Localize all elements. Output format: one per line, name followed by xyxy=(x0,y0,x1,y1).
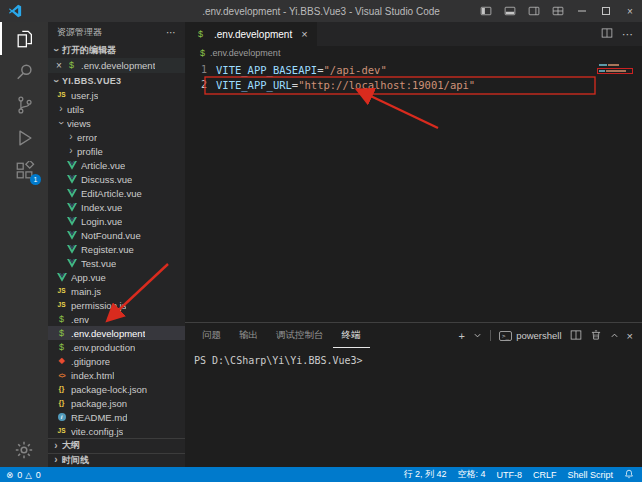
sidebar-explorer: 资源管理器 ⋯ › 打开的编辑器 × $ .env.development › … xyxy=(48,22,185,467)
editor-actions: ⋯ xyxy=(601,22,642,46)
encoding[interactable]: UTF-8 xyxy=(496,470,522,480)
tree-folder[interactable]: ›profile xyxy=(48,144,185,158)
json-file-icon: {} xyxy=(55,399,68,407)
project-header[interactable]: › YI.BBS.VUE3 xyxy=(48,73,185,88)
tree-item[interactable]: Article.vue xyxy=(48,158,185,172)
line-number: 2 xyxy=(185,79,207,90)
tree-item[interactable]: Login.vue xyxy=(48,214,185,228)
panel-tab-label: 终端 xyxy=(342,329,361,342)
tab-env-development[interactable]: $ .env.development × xyxy=(185,22,317,46)
panel-tab[interactable]: 输出 xyxy=(230,323,267,348)
toggle-secondary-sidebar-icon[interactable] xyxy=(522,0,546,22)
tree-item[interactable]: Index.vue xyxy=(48,200,185,214)
tree-item-label: user.js xyxy=(71,90,98,101)
tree-item-label: views xyxy=(67,118,91,129)
breadcrumb[interactable]: $ .env.development xyxy=(185,46,642,60)
tree-item[interactable]: NotFound.vue xyxy=(48,228,185,242)
activity-run-debug[interactable] xyxy=(0,121,48,154)
tree-folder[interactable]: ›utils xyxy=(48,102,185,116)
tree-item[interactable]: {}package.json xyxy=(48,396,185,410)
close-icon[interactable]: × xyxy=(53,60,65,71)
open-editor-item[interactable]: × $ .env.development xyxy=(48,58,185,73)
env-key: VITE_APP_URL xyxy=(216,79,292,91)
section-timeline[interactable]: ›时间线 xyxy=(48,453,185,468)
split-editor-icon[interactable] xyxy=(601,27,613,41)
vue-file-icon xyxy=(65,245,78,254)
tree-item[interactable]: $.env.development xyxy=(48,326,185,340)
maximize-button[interactable] xyxy=(594,0,618,22)
tab-bar: $ .env.development × ⋯ xyxy=(185,22,642,46)
git-file-icon: ◆ xyxy=(55,357,68,365)
info-file-icon: i xyxy=(55,413,68,421)
tree-item[interactable]: {}package-lock.json xyxy=(48,382,185,396)
tree-item[interactable]: App.vue xyxy=(48,270,185,284)
tree-item[interactable]: JSuser.js xyxy=(48,88,185,102)
tree-item[interactable]: $.env.production xyxy=(48,340,185,354)
activity-source-control[interactable] xyxy=(0,88,48,121)
tree-item[interactable]: JSpermission.js xyxy=(48,298,185,312)
env-file-icon: $ xyxy=(55,343,68,352)
toggle-panel-icon[interactable] xyxy=(498,0,522,22)
activity-extensions[interactable]: 1 xyxy=(0,154,48,187)
language-mode[interactable]: Shell Script xyxy=(567,470,613,480)
html-file-icon: <> xyxy=(55,372,68,379)
vue-file-icon xyxy=(65,231,78,240)
problems-status[interactable]: ⊗ 0 △ 0 xyxy=(6,470,41,480)
activity-search[interactable] xyxy=(0,55,48,88)
tree-folder[interactable]: ›views xyxy=(48,116,185,130)
code-editor[interactable]: 1VITE_APP_BASEAPI="/api-dev"2VITE_APP_UR… xyxy=(185,60,642,322)
terminal[interactable]: PS D:\CSharp\Yi\Yi.BBS.Vue3> xyxy=(185,348,642,467)
open-editor-label: .env.development xyxy=(81,60,155,71)
chevron-down-icon: › xyxy=(56,117,66,129)
more-actions-icon[interactable]: ⋯ xyxy=(622,28,633,41)
tree-item[interactable]: $.env xyxy=(48,312,185,326)
tree-item[interactable]: ◆.gitignore xyxy=(48,354,185,368)
eol-selector[interactable]: CRLF xyxy=(533,470,557,480)
split-terminal-icon[interactable] xyxy=(570,329,582,343)
tree-item[interactable]: <>index.html xyxy=(48,368,185,382)
gear-icon xyxy=(14,440,34,460)
chevron-down-icon[interactable] xyxy=(473,330,482,342)
tree-item-label: error xyxy=(77,132,97,143)
more-actions-icon[interactable]: ⋯ xyxy=(166,27,176,38)
panel-tab[interactable]: 问题 xyxy=(193,323,230,348)
line-number: 1 xyxy=(185,64,207,75)
terminal-prompt: PS D:\CSharp\Yi\Yi.BBS.Vue3> xyxy=(194,355,642,366)
notifications-bell-icon[interactable] xyxy=(624,469,634,481)
customize-layout-icon[interactable] xyxy=(546,0,570,22)
activity-explorer[interactable] xyxy=(0,22,48,55)
tree-item[interactable]: iREADME.md xyxy=(48,410,185,424)
chevron-right-icon: › xyxy=(55,104,67,114)
toggle-sidebar-icon[interactable] xyxy=(474,0,498,22)
code-line: 2VITE_APP_URL="http://localhost:19001/ap… xyxy=(185,77,642,92)
tree-item[interactable]: Test.vue xyxy=(48,256,185,270)
tree-item-label: .gitignore xyxy=(71,356,110,367)
tree-item[interactable]: EditArticle.vue xyxy=(48,186,185,200)
files-icon xyxy=(15,29,35,49)
open-editors-header[interactable]: › 打开的编辑器 xyxy=(48,42,185,58)
status-bar: ⊗ 0 △ 0 行 2, 列 42 空格: 4 UTF-8 CRLF Shell… xyxy=(0,467,642,482)
cursor-position[interactable]: 行 2, 列 42 xyxy=(403,468,446,481)
tree-item[interactable]: JSmain.js xyxy=(48,284,185,298)
shell-selector[interactable]: >_ powershell xyxy=(499,330,562,341)
maximize-panel-icon[interactable] xyxy=(610,330,619,342)
section-outline[interactable]: ›大纲 xyxy=(48,438,185,453)
tree-item[interactable]: Register.vue xyxy=(48,242,185,256)
minimap[interactable] xyxy=(596,60,642,120)
minimize-button[interactable] xyxy=(570,0,594,22)
new-terminal-icon[interactable]: + xyxy=(458,330,464,342)
tree-item[interactable]: JSvite.config.js xyxy=(48,424,185,438)
panel-tab[interactable]: 调试控制台 xyxy=(267,323,333,348)
indentation[interactable]: 空格: 4 xyxy=(457,468,485,481)
close-panel-icon[interactable]: × xyxy=(627,330,633,342)
chevron-right-icon: › xyxy=(65,146,77,156)
tree-folder[interactable]: ›error xyxy=(48,130,185,144)
kill-terminal-icon[interactable] xyxy=(590,329,602,343)
panel-tab[interactable]: 终端 xyxy=(333,323,370,348)
close-button[interactable]: × xyxy=(618,0,642,22)
activity-settings[interactable] xyxy=(0,433,48,467)
env-file-icon: $ xyxy=(194,30,207,39)
chevron-right-icon: › xyxy=(50,455,62,465)
close-icon[interactable]: × xyxy=(301,28,307,40)
tree-item[interactable]: Discuss.vue xyxy=(48,172,185,186)
